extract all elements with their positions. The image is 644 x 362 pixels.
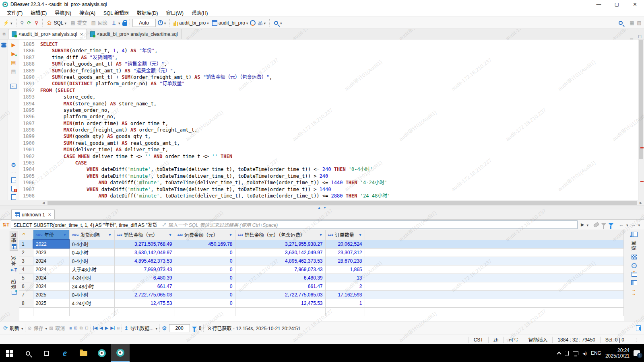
cancel-icon[interactable]: ⊠ bbox=[49, 325, 53, 331]
column-dropdown-icon[interactable]: ▼ bbox=[229, 233, 233, 237]
cell[interactable]: 2024 bbox=[33, 257, 69, 265]
database-navigator-icon[interactable] bbox=[1, 43, 6, 44]
rollback-button[interactable]: ▥回滚 bbox=[89, 19, 109, 27]
minimize-button[interactable]: — bbox=[590, 0, 608, 9]
cell[interactable]: 0 bbox=[175, 282, 235, 290]
chevron-down-icon[interactable] bbox=[638, 222, 640, 228]
chevron-down-icon[interactable] bbox=[45, 325, 47, 331]
cell[interactable]: 17,162,593 bbox=[325, 290, 365, 299]
cell[interactable]: 2023 bbox=[33, 248, 69, 257]
cell[interactable]: 2025 bbox=[33, 299, 69, 307]
row-number[interactable]: 6 bbox=[19, 282, 33, 290]
cell[interactable]: 661.47 bbox=[235, 282, 325, 290]
close-button[interactable]: ✕ bbox=[626, 0, 644, 9]
results-view-tab-0[interactable]: 网格 bbox=[10, 231, 18, 251]
value-viewer-icon[interactable] bbox=[632, 255, 637, 259]
maximize-button[interactable]: ▢ bbox=[608, 0, 626, 9]
language-indicator[interactable]: ENG bbox=[591, 350, 601, 356]
cell[interactable]: 2022 bbox=[33, 240, 69, 248]
collapse-up-icon[interactable]: ▲ bbox=[318, 206, 321, 210]
chevron-down-icon[interactable] bbox=[156, 325, 158, 331]
next-row-icon[interactable]: ▶ bbox=[105, 325, 108, 331]
column-dropdown-icon[interactable]: ▼ bbox=[108, 233, 112, 237]
column-dropdown-icon[interactable]: ▼ bbox=[319, 233, 323, 237]
save-icon[interactable]: ⊘ bbox=[27, 325, 31, 331]
cell[interactable]: 24-48小时 bbox=[69, 282, 114, 290]
cell[interactable]: 0 bbox=[175, 257, 235, 265]
forward-icon[interactable] bbox=[630, 222, 636, 228]
schema-selector[interactable]: audit_bi_pro bbox=[211, 19, 250, 27]
editor-horizontal-scrollbar[interactable]: ◀ ▶ bbox=[0, 200, 644, 206]
cell[interactable]: 大于48小时 bbox=[69, 265, 114, 274]
new-connection-button[interactable]: ⚡ bbox=[2, 19, 14, 27]
cell[interactable]: 4,895,462,373.53 bbox=[235, 257, 325, 265]
cell[interactable]: 6,480.39 bbox=[235, 274, 325, 282]
editor-tab-1[interactable]: <audit_bi_pro> analysis_cleartime.sql bbox=[87, 29, 182, 39]
maximize-pane-icon[interactable]: ☐ bbox=[636, 35, 644, 39]
network-icon[interactable] bbox=[573, 351, 578, 355]
cell[interactable]: 2025 bbox=[33, 290, 69, 299]
grouping-panel-icon[interactable]: ▪▪▪▪ bbox=[633, 289, 636, 296]
close-icon[interactable]: ✕ bbox=[47, 212, 51, 217]
column-header-3[interactable]: 123运费金额（元）▼ bbox=[175, 230, 235, 240]
cell[interactable]: 13 bbox=[325, 274, 365, 282]
fetch-size-input[interactable] bbox=[169, 324, 190, 332]
cell[interactable]: 0-4小时 bbox=[69, 248, 114, 257]
ie-button[interactable]: e bbox=[56, 344, 74, 362]
cell[interactable]: 3,630,142,049.97 bbox=[114, 248, 175, 257]
clear-filter-icon[interactable] bbox=[593, 222, 599, 227]
apply-filter-icon[interactable]: ▶ bbox=[581, 222, 584, 227]
commit-button[interactable]: ▤提交 bbox=[68, 19, 88, 27]
network-button[interactable]: 品 bbox=[256, 19, 267, 27]
chevron-down-icon[interactable] bbox=[586, 222, 588, 228]
last-row-icon[interactable]: ▶| bbox=[110, 325, 115, 331]
layout-icon[interactable]: ▧ bbox=[636, 20, 642, 26]
cell[interactable]: 0-4小时 bbox=[69, 240, 114, 248]
editor-tab-0[interactable]: <audit_bi_pro> analysis.sql✕ bbox=[8, 29, 87, 39]
duplicate-row-icon[interactable]: ⧉ bbox=[80, 325, 83, 331]
menu-item-0[interactable]: 文件(F) bbox=[3, 9, 26, 16]
clock[interactable]: 20:24 2025/10/21 bbox=[605, 348, 630, 359]
prev-row-icon[interactable]: ◀ bbox=[99, 325, 103, 331]
cell[interactable]: 2,722,775,065.03 bbox=[114, 290, 175, 299]
row-number[interactable]: 7 bbox=[19, 290, 33, 299]
row-number[interactable]: 5 bbox=[19, 274, 33, 282]
cell[interactable]: 2024 bbox=[33, 282, 69, 290]
cell[interactable]: 6,480.39 bbox=[114, 274, 175, 282]
column-dropdown-icon[interactable]: ▼ bbox=[63, 233, 67, 237]
cell[interactable]: 2024 bbox=[33, 274, 69, 282]
cell[interactable]: 0 bbox=[175, 290, 235, 299]
cell[interactable]: 2,722,775,065.03 bbox=[235, 290, 325, 299]
transaction-log-button[interactable]: Ʇ bbox=[109, 19, 122, 27]
explain-plan-icon[interactable]: ▤ bbox=[11, 68, 16, 74]
cell[interactable]: 450,169.78 bbox=[175, 240, 235, 248]
menu-item-1[interactable]: 编辑(E) bbox=[27, 9, 50, 16]
column-header-2[interactable]: 123销售金额（元）▼ bbox=[114, 230, 175, 240]
row-number[interactable]: 3 bbox=[19, 257, 33, 265]
grid-settings-icon[interactable]: ⚙ bbox=[162, 325, 167, 331]
cell[interactable]: 0-4小时 bbox=[69, 257, 114, 265]
cell[interactable]: 7,969,073.43 bbox=[114, 265, 175, 274]
cell[interactable]: 23,307,312 bbox=[325, 248, 365, 257]
speaker-icon[interactable] bbox=[582, 350, 587, 356]
filter-input[interactable]: SELECT SUBSTR(order_time_t, 1, 4) AS "年份… bbox=[11, 220, 578, 229]
cell[interactable]: 28,670,238 bbox=[325, 257, 365, 265]
restore-pane-icon[interactable]: ⧉ bbox=[0, 29, 8, 39]
database-selector[interactable]: audit_bi_pro bbox=[172, 19, 210, 27]
editor-vertical-scrollbar[interactable] bbox=[638, 39, 644, 200]
scrollbar-thumb[interactable] bbox=[47, 201, 637, 205]
sql-editor-button[interactable]: ⎐SQL bbox=[45, 19, 68, 27]
scroll-left-icon[interactable]: ◀ bbox=[40, 201, 47, 205]
close-icon[interactable]: ✕ bbox=[79, 32, 83, 37]
menu-item-4[interactable]: SQL 编辑器 bbox=[100, 9, 132, 16]
console-icon[interactable]: >_ bbox=[10, 84, 17, 89]
refresh-icon[interactable]: ⟳ bbox=[3, 325, 8, 331]
cell[interactable]: 12,475.53 bbox=[114, 299, 175, 307]
cell[interactable]: 661.47 bbox=[114, 282, 175, 290]
row-number[interactable]: 8 bbox=[19, 299, 33, 307]
results-splitter[interactable]: ▲ ▼ bbox=[0, 206, 644, 210]
settings-gear-icon[interactable]: ⚙ bbox=[11, 162, 16, 168]
validate-sql-icon[interactable] bbox=[11, 186, 16, 191]
results-tab[interactable]: unknown 1 ✕ bbox=[11, 210, 55, 219]
chevron-down-icon[interactable] bbox=[21, 325, 23, 331]
